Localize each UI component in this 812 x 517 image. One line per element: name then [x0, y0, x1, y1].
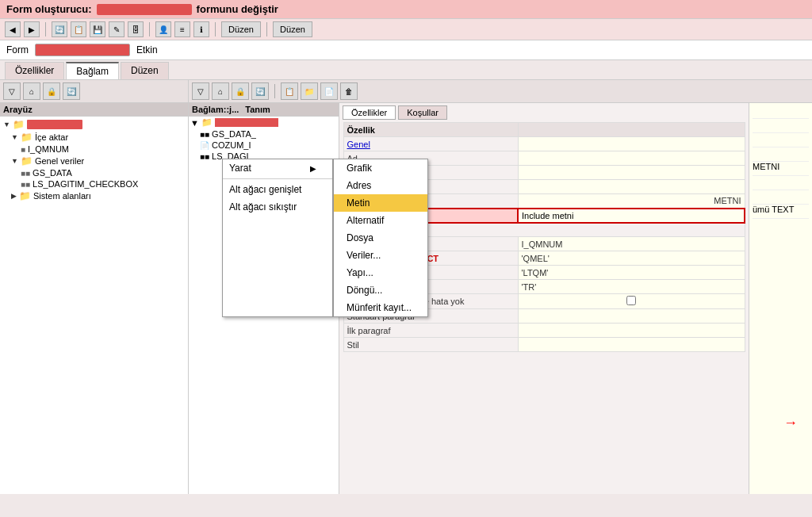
- right-tree-cozum[interactable]: 📄 COZUM_I: [189, 140, 339, 151]
- toolbar-btn-6[interactable]: 👤: [155, 21, 171, 37]
- tanim-input[interactable]: [522, 168, 741, 178]
- field-icon: ■■: [21, 169, 30, 178]
- right-btn-5[interactable]: 📋: [281, 82, 298, 100]
- tree-item-label: LS_DAGITIM_CHECKBOX: [33, 179, 138, 189]
- folder-icon: 📁: [201, 117, 213, 128]
- submenu-dongu[interactable]: Döngü...: [334, 281, 427, 299]
- ad-input[interactable]: [522, 154, 741, 163]
- genel-link[interactable]: Genel: [347, 140, 370, 149]
- field-icon: ■■: [200, 152, 209, 161]
- submenu-munferit[interactable]: Münferit kayıt...: [334, 299, 427, 316]
- prop-value: 'LTQM': [518, 266, 745, 280]
- menu-item-genislet[interactable]: Alt ağacı genişlet: [223, 181, 332, 198]
- right-btn-8[interactable]: 🗑: [340, 82, 358, 100]
- tab-baglam[interactable]: Bağlam: [66, 62, 119, 79]
- submenu-adres[interactable]: Adres: [334, 177, 427, 194]
- left-toolbar: ▽ ⌂ 🔒 🔄: [0, 80, 188, 103]
- right-val-4: [753, 147, 809, 162]
- tree-arrow: ▼: [190, 118, 199, 128]
- title-suffix: formunu değiştir: [197, 3, 278, 15]
- left-panel: ▽ ⌂ 🔒 🔄 Arayüz ▼ 📁 ▼ 📁 İçe aktar: [0, 80, 189, 494]
- tree-item-label: I_QMNUM: [28, 144, 69, 154]
- tabs-bar: Özellikler Bağlam Düzen: [0, 60, 812, 80]
- right-tree-gs-data[interactable]: ■■ GS_DATA_: [189, 128, 339, 140]
- left-btn-4[interactable]: 🔄: [63, 82, 80, 100]
- folder-icon: 📁: [21, 155, 33, 167]
- menu-item-sikistir[interactable]: Alt ağacı sıkıştır: [223, 198, 332, 216]
- right-btn-6[interactable]: 📁: [301, 82, 318, 100]
- prop-row-stil: Stil: [343, 338, 745, 352]
- prop-value[interactable]: [518, 338, 745, 352]
- stil-input[interactable]: [522, 340, 741, 350]
- prop-label: Genel: [343, 137, 518, 151]
- dots-label: ::: [224, 105, 229, 114]
- toolbar-btn-7[interactable]: ≡: [174, 21, 190, 37]
- submenu-metin[interactable]: Metin: [334, 194, 427, 212]
- back-button[interactable]: ◀: [5, 21, 21, 37]
- title-bar: Form oluşturucu: formunu değiştir: [0, 0, 812, 19]
- props-tab-kosullar[interactable]: Koşullar: [398, 105, 447, 120]
- left-btn-1[interactable]: ▽: [3, 82, 21, 100]
- menu-item-yarat[interactable]: Yarat ▶: [223, 159, 332, 177]
- menu-label: Yarat: [229, 163, 251, 174]
- right-val-2: [753, 119, 809, 133]
- tree-root[interactable]: ▼ 📁: [2, 118, 186, 131]
- toolbar-btn-2[interactable]: 📋: [71, 21, 86, 37]
- tree-i-qmnum[interactable]: ■ I_QMNUM: [2, 144, 186, 155]
- duzen-button-1[interactable]: Düzen: [221, 21, 261, 37]
- left-tree[interactable]: ▼ 📁 ▼ 📁 İçe aktar ■ I_QMNUM ▼ 📁 Genel ve…: [0, 117, 188, 494]
- toolbar-btn-5[interactable]: 🗄: [128, 21, 144, 37]
- ilk-input[interactable]: [522, 326, 741, 335]
- prop-value[interactable]: [518, 324, 745, 338]
- toolbar-btn-1[interactable]: 🔄: [52, 21, 67, 37]
- prop-label: Stil: [343, 338, 518, 352]
- tree-genel-veriler[interactable]: ▼ 📁 Genel veriler: [2, 155, 186, 167]
- toolbar-btn-4[interactable]: ✎: [109, 21, 124, 37]
- right-btn-7[interactable]: 📄: [320, 82, 338, 100]
- prop-value[interactable]: [518, 309, 745, 324]
- prop-row-ilk: İlk paragraf: [343, 324, 745, 338]
- right-btn-4[interactable]: 🔄: [251, 82, 269, 100]
- submenu-yapi[interactable]: Yapı...: [334, 264, 427, 281]
- prop-value[interactable]: [518, 166, 745, 180]
- right-metni: METNI: [753, 162, 809, 176]
- prop-value[interactable]: [518, 294, 745, 309]
- right-btn-3[interactable]: 🔒: [232, 82, 249, 100]
- tree-sistem-alanlari[interactable]: ▶ 📁 Sistem alanları: [2, 190, 186, 202]
- forward-button[interactable]: ▶: [24, 21, 40, 37]
- tree-ls-dagitim[interactable]: ■■ LS_DAGITIM_CHECKBOX: [2, 178, 186, 190]
- right-text-val: ümü TEXT: [753, 205, 809, 219]
- right-btn-1[interactable]: ▽: [192, 82, 209, 100]
- prop-value[interactable]: [518, 151, 745, 166]
- folder-icon: 📁: [19, 190, 31, 201]
- left-btn-3[interactable]: 🔒: [43, 82, 60, 100]
- submenu-veriler[interactable]: Veriler...: [334, 247, 427, 264]
- toolbar-btn-info[interactable]: ℹ: [193, 21, 209, 37]
- prop-row-genel: Genel: [343, 137, 745, 151]
- tree-item-label: Sistem alanları: [33, 191, 91, 201]
- right-tree-root[interactable]: ▼ 📁: [189, 117, 339, 128]
- folder-icon: 📁: [13, 119, 25, 130]
- tab-duzen[interactable]: Düzen: [121, 62, 169, 79]
- submenu-dosya[interactable]: Dosya: [334, 229, 427, 247]
- tanim-label: Tanım: [245, 105, 335, 114]
- form-label: Form: [6, 44, 29, 56]
- tab-ozellikler[interactable]: Özellikler: [5, 62, 64, 79]
- menu-label: Alt ağacı genişlet: [229, 184, 301, 195]
- field-icon: ■■: [200, 130, 209, 139]
- props-tab-ozellikler[interactable]: Özellikler: [343, 105, 396, 120]
- toolbar-btn-3[interactable]: 💾: [90, 21, 105, 37]
- left-btn-2[interactable]: ⌂: [23, 82, 40, 100]
- right-btn-2[interactable]: ⌂: [212, 82, 229, 100]
- file-icon: 📄: [200, 141, 209, 150]
- submenu-grafik[interactable]: Grafik: [334, 159, 427, 177]
- duzen-button-2[interactable]: Düzen: [273, 21, 312, 37]
- standart-input[interactable]: [522, 312, 741, 321]
- tree-arrow: ▼: [3, 121, 10, 128]
- hata-yok-checkbox[interactable]: [626, 296, 636, 305]
- submenu: Grafik Adres Metin Alternatif Dosya Veri…: [333, 159, 428, 317]
- tree-gs-data[interactable]: ■■ GS_DATA: [2, 167, 186, 178]
- submenu-alternatif[interactable]: Alternatif: [334, 212, 427, 229]
- j-label: j...: [229, 105, 239, 114]
- tree-ice-aktar[interactable]: ▼ 📁 İçe aktar: [2, 131, 186, 144]
